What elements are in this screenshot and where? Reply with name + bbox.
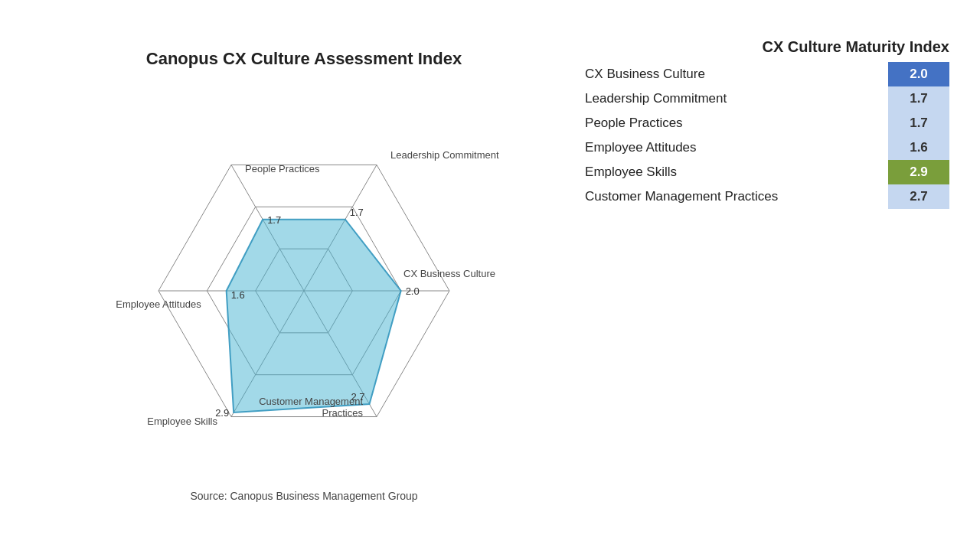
chart-title: Canopus CX Culture Assessment Index	[146, 49, 462, 69]
row-value: 2.0	[888, 62, 949, 86]
svg-text:Leadership Commitment: Leadership Commitment	[390, 149, 499, 161]
radar-chart: CX Business Culture2.0Leadership Commitm…	[67, 84, 541, 482]
svg-text:2.7: 2.7	[351, 391, 364, 403]
row-value: 2.9	[888, 160, 949, 184]
row-label: People Practices	[577, 111, 888, 135]
table-row: Customer Management Practices2.7	[577, 184, 949, 209]
row-value: 1.6	[888, 135, 949, 160]
right-panel: CX Culture Maturity Index CX Business Cu…	[577, 38, 949, 209]
table-row: CX Business Culture2.0	[577, 62, 949, 86]
svg-text:1.7: 1.7	[350, 207, 364, 218]
svg-text:1.7: 1.7	[267, 214, 281, 226]
left-panel: Canopus CX Culture Assessment Index CX B…	[31, 49, 577, 502]
row-label: Customer Management Practices	[577, 184, 888, 209]
table-row: People Practices1.7	[577, 111, 949, 135]
source-text: Source: Canopus Business Management Grou…	[190, 490, 417, 502]
table-title: CX Culture Maturity Index	[577, 38, 949, 56]
row-label: CX Business Culture	[577, 62, 888, 86]
table-row: Employee Attitudes1.6	[577, 135, 949, 160]
svg-text:CX Business Culture: CX Business Culture	[403, 268, 495, 279]
table-row: Leadership Commitment1.7	[577, 86, 949, 111]
row-label: Leadership Commitment	[577, 86, 888, 111]
svg-text:2.9: 2.9	[215, 407, 229, 419]
row-value: 1.7	[888, 111, 949, 135]
row-label: Employee Skills	[577, 160, 888, 184]
svg-text:1.6: 1.6	[231, 289, 245, 301]
svg-text:Employee Attitudes: Employee Attitudes	[116, 298, 201, 310]
svg-text:2.0: 2.0	[406, 285, 420, 297]
svg-marker-9	[227, 220, 401, 412]
table-row: Employee Skills2.9	[577, 160, 949, 184]
row-value: 2.7	[888, 184, 949, 209]
svg-text:Customer ManagementPractices: Customer ManagementPractices	[259, 396, 363, 419]
maturity-table: CX Business Culture2.0Leadership Commitm…	[577, 62, 949, 209]
svg-text:People Practices: People Practices	[245, 163, 320, 174]
row-label: Employee Attitudes	[577, 135, 888, 160]
row-value: 1.7	[888, 86, 949, 111]
svg-text:Employee Skills: Employee Skills	[147, 416, 217, 427]
